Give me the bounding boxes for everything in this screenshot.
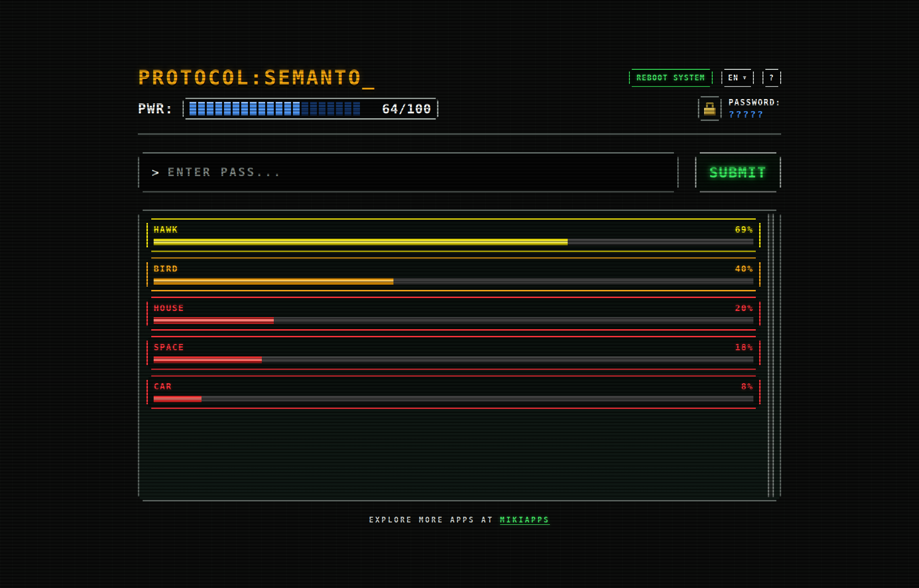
power-segment — [276, 102, 282, 115]
power-segment — [233, 102, 239, 115]
power-segment — [345, 102, 351, 115]
footer-link[interactable]: MIKIAPPS — [500, 516, 550, 524]
status-row: PWR: 64/100 PASSWORD: ????? — [138, 96, 781, 121]
power-segment — [190, 102, 196, 115]
power-segment — [258, 102, 265, 115]
header-separator — [138, 133, 781, 135]
guess-input-box: > — [138, 152, 679, 192]
power-segment — [207, 102, 213, 115]
guess-progress-fill — [154, 317, 274, 324]
power-segment — [310, 102, 317, 115]
page-title: PROTOCOL:SEMANTO_ — [138, 66, 376, 89]
guess-form: > SUBMIT — [138, 152, 781, 192]
guess-progress-fill — [154, 278, 393, 285]
power-segment — [198, 102, 205, 115]
power-segment — [293, 102, 300, 115]
password-hint: PASSWORD: ????? — [698, 96, 781, 121]
language-selected-label: EN — [728, 74, 739, 82]
header: PROTOCOL:SEMANTO_ REBOOT SYSTEM EN ▼ ? — [138, 66, 781, 89]
guess-progress-track — [154, 317, 753, 324]
power-meter: 64/100 — [182, 98, 438, 120]
power-segment — [336, 102, 343, 115]
submit-button[interactable]: SUBMIT — [695, 152, 781, 192]
header-controls: REBOOT SYSTEM EN ▼ ? — [629, 69, 781, 87]
guess-row: SPACE 18% — [146, 336, 761, 370]
reboot-system-button[interactable]: REBOOT SYSTEM — [629, 69, 713, 87]
power-segment — [215, 102, 222, 115]
chevron-down-icon: ▼ — [743, 75, 747, 80]
power-segment — [224, 102, 231, 115]
power-value: 64/100 — [382, 101, 432, 116]
guess-percent: 20% — [735, 303, 753, 313]
guess-progress-fill — [154, 396, 202, 402]
guess-progress-track — [154, 278, 753, 285]
guess-progress-fill — [154, 239, 568, 245]
guess-progress-track — [154, 239, 753, 245]
guess-list-panel: HAWK 69% BIRD 40% HOUSE 20% SPACE 18% — [138, 210, 781, 501]
language-dropdown[interactable]: EN ▼ — [721, 69, 754, 87]
power-label: PWR: — [138, 101, 174, 117]
power-segment — [302, 102, 308, 115]
guess-progress-track — [154, 396, 753, 402]
guess-percent: 8% — [741, 381, 753, 391]
guess-word: SPACE — [154, 342, 184, 352]
scrollbar[interactable] — [768, 214, 774, 497]
footer-text: EXPLORE MORE APPS AT — [369, 516, 494, 524]
guess-word: BIRD — [154, 264, 178, 274]
guess-word: CAR — [154, 381, 172, 391]
guess-row: BIRD 40% — [146, 257, 761, 291]
lock-icon — [698, 96, 722, 121]
power-segment — [250, 102, 257, 115]
guess-percent: 69% — [735, 224, 753, 234]
password-masked-value: ????? — [728, 109, 781, 120]
password-label: PASSWORD: — [728, 98, 781, 107]
guess-word: HOUSE — [154, 303, 184, 313]
footer: EXPLORE MORE APPS AT MIKIAPPS — [138, 516, 781, 524]
guess-progress-fill — [154, 356, 262, 363]
guess-row: CAR 8% — [146, 375, 761, 409]
guess-percent: 40% — [735, 264, 753, 274]
help-button[interactable]: ? — [762, 69, 781, 87]
prompt-icon: > — [152, 166, 159, 179]
guess-percent: 18% — [735, 342, 753, 352]
power-segments — [190, 102, 360, 115]
guess-row: HOUSE 20% — [146, 297, 761, 331]
guess-row: HAWK 69% — [146, 218, 761, 252]
guess-word: HAWK — [154, 224, 178, 234]
power-segment — [319, 102, 325, 115]
guess-progress-track — [154, 356, 753, 363]
power-segment — [353, 102, 360, 115]
power-segment — [284, 102, 291, 115]
power-segment — [267, 102, 274, 115]
app-window: PROTOCOL:SEMANTO_ REBOOT SYSTEM EN ▼ ? P… — [138, 0, 781, 524]
power-segment — [241, 102, 248, 115]
guess-input[interactable] — [168, 166, 665, 179]
power-segment — [327, 102, 334, 115]
